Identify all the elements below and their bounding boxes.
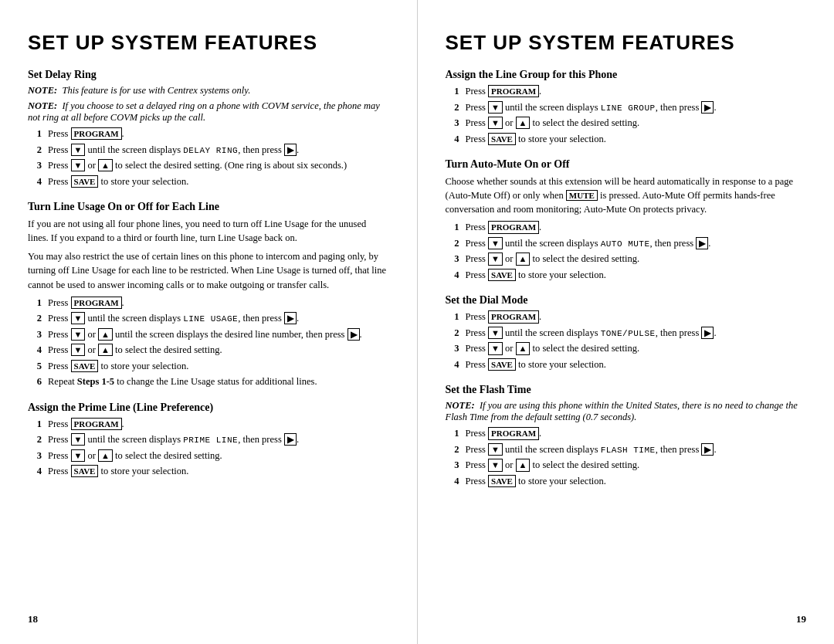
right-page-number: 19 — [796, 613, 806, 625]
step-line-group-1: 1Press PROGRAM. — [452, 85, 807, 99]
section-heading-line-group: Assign the Line Group for this Phone — [446, 69, 807, 81]
step-line-usage-3: 3Press ▼ or ▲ until the screen displays … — [34, 328, 389, 342]
left-page-number: 18 — [28, 613, 38, 625]
step-dial-mode-2: 2Press ▼ until the screen displays TONE/… — [452, 327, 807, 341]
body-line-usage-2: You may also restrict the use of certain… — [28, 249, 389, 291]
section-line-usage: Turn Line Usage On or Off for Each Line … — [28, 201, 389, 389]
section-heading-flash-time: Set the Flash Time — [446, 384, 807, 396]
steps-delay-ring: 1Press PROGRAM. 2Press ▼ until the scree… — [34, 127, 389, 188]
note-delay-ring-2: NOTE: If you choose to set a delayed rin… — [28, 100, 389, 124]
page-spread: SET UP SYSTEM FEATURES Set Delay Ring NO… — [0, 0, 834, 644]
section-heading-prime-line: Assign the Prime Line (Line Preference) — [28, 402, 389, 414]
left-page-title: SET UP SYSTEM FEATURES — [28, 31, 389, 55]
section-heading-auto-mute: Turn Auto-Mute On or Off — [446, 158, 807, 171]
step-dial-mode-4: 4Press SAVE to store your selection. — [452, 358, 807, 372]
steps-line-group: 1Press PROGRAM. 2Press ▼ until the scree… — [452, 85, 807, 146]
step-delay-ring-1: 1Press PROGRAM. — [34, 127, 389, 141]
note-flash-time: NOTE: If you are using this phone within… — [446, 400, 807, 423]
step-prime-line-4: 4Press SAVE to store your selection. — [34, 465, 389, 479]
steps-flash-time: 1Press PROGRAM. 2Press ▼ until the scree… — [452, 427, 807, 488]
step-flash-time-2: 2Press ▼ until the screen displays FLASH… — [452, 443, 807, 457]
step-line-group-2: 2Press ▼ until the screen displays LINE … — [452, 101, 807, 115]
step-dial-mode-3: 3Press ▼ or ▲ to select the desired sett… — [452, 342, 807, 356]
step-prime-line-1: 1Press PROGRAM. — [34, 418, 389, 432]
step-auto-mute-1: 1Press PROGRAM. — [452, 221, 807, 235]
step-flash-time-4: 4Press SAVE to store your selection. — [452, 475, 807, 489]
step-line-usage-5: 5Press SAVE to store your selection. — [34, 360, 389, 374]
step-delay-ring-4: 4Press SAVE to store your selection. — [34, 175, 389, 189]
right-page: SET UP SYSTEM FEATURES Assign the Line G… — [418, 0, 835, 644]
section-prime-line: Assign the Prime Line (Line Preference) … — [28, 402, 389, 479]
step-prime-line-3: 3Press ▼ or ▲ to select the desired sett… — [34, 449, 389, 463]
body-auto-mute: Choose whether sounds at this extension … — [446, 175, 807, 216]
step-line-usage-2: 2Press ▼ until the screen displays LINE … — [34, 312, 389, 326]
steps-line-usage: 1Press PROGRAM. 2Press ▼ until the scree… — [34, 297, 389, 389]
step-auto-mute-3: 3Press ▼ or ▲ to select the desired sett… — [452, 253, 807, 266]
step-prime-line-2: 2Press ▼ until the screen displays PRIME… — [34, 433, 389, 447]
steps-auto-mute: 1Press PROGRAM. 2Press ▼ until the scree… — [452, 221, 807, 282]
section-dial-mode: Set the Dial Mode 1Press PROGRAM. 2Press… — [446, 294, 807, 371]
step-line-usage-4: 4Press ▼ or ▲ to select the desired sett… — [34, 344, 389, 358]
step-flash-time-1: 1Press PROGRAM. — [452, 427, 807, 441]
step-line-group-3: 3Press ▼ or ▲ to select the desired sett… — [452, 117, 807, 130]
step-flash-time-3: 3Press ▼ or ▲ to select the desired sett… — [452, 459, 807, 473]
step-auto-mute-2: 2Press ▼ until the screen displays AUTO … — [452, 237, 807, 251]
step-line-group-4: 4Press SAVE to store your selection. — [452, 133, 807, 147]
step-line-usage-1: 1Press PROGRAM. — [34, 297, 389, 310]
step-line-usage-6: 6Repeat Steps 1-5 to change the Line Usa… — [34, 375, 389, 389]
steps-dial-mode: 1Press PROGRAM. 2Press ▼ until the scree… — [452, 310, 807, 371]
section-heading-delay-ring: Set Delay Ring — [28, 69, 389, 81]
section-line-group: Assign the Line Group for this Phone 1Pr… — [446, 69, 807, 146]
section-set-delay-ring: Set Delay Ring NOTE: This feature is for… — [28, 69, 389, 188]
step-delay-ring-3: 3Press ▼ or ▲ to select the desired sett… — [34, 159, 389, 173]
body-line-usage-1: If you are not using all four phone line… — [28, 217, 389, 245]
step-auto-mute-4: 4Press SAVE to store your selection. — [452, 269, 807, 283]
step-dial-mode-1: 1Press PROGRAM. — [452, 310, 807, 324]
section-auto-mute: Turn Auto-Mute On or Off Choose whether … — [446, 158, 807, 282]
steps-prime-line: 1Press PROGRAM. 2Press ▼ until the scree… — [34, 418, 389, 479]
step-delay-ring-2: 2Press ▼ until the screen displays DELAY… — [34, 144, 389, 158]
section-heading-line-usage: Turn Line Usage On or Off for Each Line — [28, 201, 389, 213]
section-flash-time: Set the Flash Time NOTE: If you are usin… — [446, 384, 807, 488]
section-heading-dial-mode: Set the Dial Mode — [446, 294, 807, 307]
right-page-title: SET UP SYSTEM FEATURES — [446, 31, 807, 55]
note-delay-ring-1: NOTE: This feature is for use with Centr… — [28, 85, 389, 97]
left-page: SET UP SYSTEM FEATURES Set Delay Ring NO… — [0, 0, 418, 644]
